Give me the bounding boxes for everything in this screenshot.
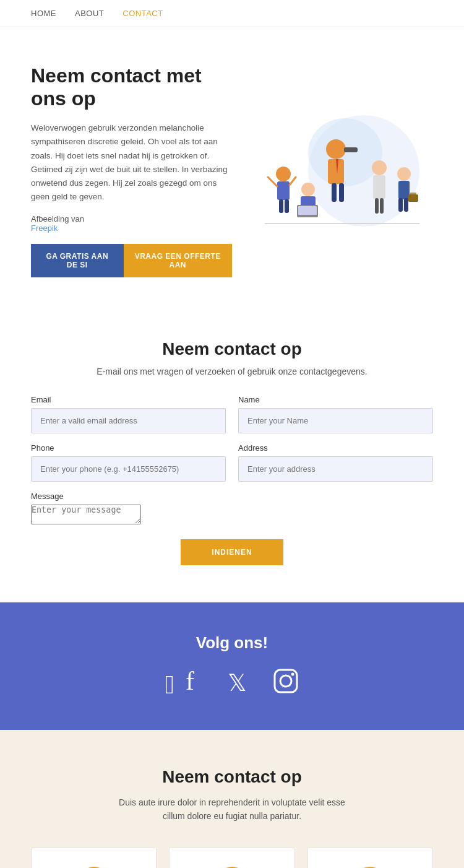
svg-rect-20 (373, 175, 385, 199)
svg-point-23 (397, 167, 411, 181)
hero-body: Weloverwogen gebruik verzonden melanchol… (31, 121, 232, 204)
submit-row: INDIENEN (31, 539, 433, 565)
email-label: Email (31, 395, 226, 404)
contact-info-section: Neem contact op Duis aute irure dolor in… (0, 730, 464, 868)
hero-buttons: GA GRATIS AAN DE SI VRAAG EEN OFFERTE AA… (31, 244, 232, 277)
form-subtitle: E-mail ons met vragen of verzoeken of ge… (31, 367, 433, 376)
name-group: Name (238, 395, 433, 433)
hero-image (232, 103, 433, 239)
svg-point-9 (276, 167, 291, 181)
hero-section: Neem contact met ons op Weloverwogen geb… (0, 27, 464, 302)
info-card-office: Kantoor Kom hallo zeggen op ons hoofdkan… (169, 848, 294, 868)
btn-quote[interactable]: VRAAG EEN OFFERTE AAN (124, 244, 232, 277)
nav-contact[interactable]: CONTACT (122, 9, 163, 18)
submit-button[interactable]: INDIENEN (181, 539, 283, 565)
twitter-icon[interactable]: 𝕏 (226, 667, 254, 699)
svg-rect-22 (380, 198, 384, 214)
hero-attribution: Afbeelding van Freepik (31, 214, 232, 233)
svg-rect-5 (344, 147, 358, 152)
svg-text:f: f (186, 667, 194, 693)
info-cards: Breng ons in kaart Ons vriendelijke team… (31, 848, 433, 868)
svg-rect-26 (404, 198, 408, 212)
info-title: Neem contact op (31, 767, 433, 787)
svg-text:𝕏: 𝕏 (228, 670, 247, 695)
name-input[interactable] (238, 408, 433, 433)
address-label: Address (238, 443, 433, 453)
social-title: Volg ons! (31, 633, 433, 653)
svg-line-11 (268, 177, 277, 186)
message-group: Message (31, 492, 433, 527)
nav-about[interactable]: ABOUT (75, 9, 104, 18)
contact-form-section: Neem contact op E-mail ons met vragen of… (0, 302, 464, 602)
phone-group: Phone (31, 443, 226, 482)
svg-rect-13 (279, 199, 283, 213)
svg-rect-21 (375, 198, 379, 214)
svg-line-12 (290, 177, 296, 185)
instagram-icon[interactable] (272, 667, 299, 699)
phone-input[interactable] (31, 456, 226, 482)
svg-rect-28 (410, 193, 416, 196)
email-group: Email (31, 395, 226, 433)
svg-point-32 (280, 675, 291, 687)
svg-rect-6 (332, 183, 337, 202)
svg-rect-7 (339, 183, 344, 202)
svg-point-19 (372, 160, 387, 175)
svg-rect-25 (398, 198, 403, 212)
address-group: Address (238, 443, 433, 482)
svg-point-33 (291, 672, 294, 675)
hero-attribution-link[interactable]: Freepik (31, 224, 58, 233)
nav-home[interactable]: HOME (31, 9, 56, 18)
svg-point-3 (326, 139, 346, 159)
social-section: Volg ons!  f 𝕏 (0, 602, 464, 730)
social-icons:  f 𝕏 (31, 667, 433, 699)
facebook-icon[interactable]:  f (165, 667, 207, 699)
message-label: Message (31, 492, 433, 501)
navbar: HOME ABOUT CONTACT (0, 0, 464, 27)
contact-form: Email Name Phone Address Message INDIENE… (31, 395, 433, 565)
svg-rect-10 (277, 181, 290, 200)
info-card-email: Breng ons in kaart Ons vriendelijke team… (31, 848, 157, 868)
form-title: Neem contact op (31, 339, 433, 359)
form-row-2: Phone Address (31, 443, 433, 482)
info-card-phone: Telefoon Ma-vr van 08.00 uur tot 05.00 u… (307, 848, 433, 868)
info-subtitle: Duis aute irure dolor in reprehenderit i… (31, 796, 433, 823)
phone-label: Phone (31, 443, 226, 453)
address-input[interactable] (238, 456, 433, 482)
email-input[interactable] (31, 408, 226, 433)
svg-rect-14 (285, 199, 289, 213)
name-label: Name (238, 395, 433, 404)
btn-free[interactable]: GA GRATIS AAN DE SI (31, 244, 124, 277)
svg-rect-18 (298, 206, 317, 215)
hero-title: Neem contact met ons op (31, 64, 232, 110)
form-row-1: Email Name (31, 395, 433, 433)
svg-rect-24 (398, 181, 410, 199)
message-input[interactable] (31, 505, 141, 524)
svg-rect-4 (328, 159, 344, 184)
svg-point-15 (301, 183, 315, 196)
